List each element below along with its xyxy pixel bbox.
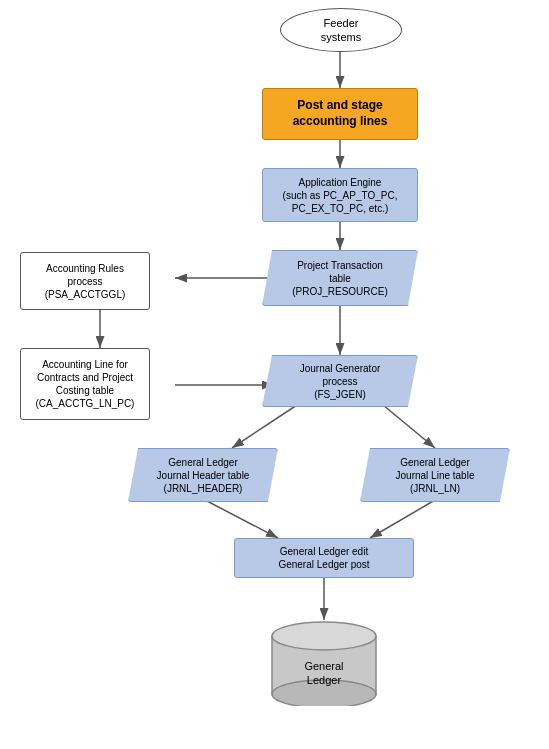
post-stage-label: Post and stage accounting lines [293, 98, 388, 129]
gl-line-node: General Ledger Journal Line table (JRNL_… [360, 448, 510, 502]
svg-text:General: General [304, 660, 343, 672]
accounting-rules-node: Accounting Rules process (PSA_ACCTGGL) [20, 252, 150, 310]
diagram: Feeder systems Post and stage accounting… [0, 0, 549, 749]
feeder-systems-label: Feeder systems [321, 16, 361, 45]
svg-line-8 [232, 405, 297, 448]
feeder-systems-node: Feeder systems [280, 8, 402, 52]
gl-line-label: General Ledger Journal Line table (JRNL_… [396, 456, 475, 495]
svg-line-9 [383, 405, 435, 448]
post-stage-node: Post and stage accounting lines [262, 88, 418, 140]
gl-header-node: General Ledger Journal Header table (JRN… [128, 448, 278, 502]
svg-line-11 [370, 500, 435, 538]
svg-line-10 [205, 500, 278, 538]
journal-gen-node: Journal Generator process (FS_JGEN) [262, 355, 418, 407]
accounting-rules-label: Accounting Rules process (PSA_ACCTGGL) [45, 262, 126, 301]
accounting-line-node: Accounting Line for Contracts and Projec… [20, 348, 150, 420]
general-ledger-node: General Ledger [268, 618, 380, 706]
proj-transaction-node: Project Transaction table (PROJ_RESOURCE… [262, 250, 418, 306]
gl-edit-node: General Ledger edit General Ledger post [234, 538, 414, 578]
journal-gen-label: Journal Generator process (FS_JGEN) [300, 362, 381, 401]
app-engine-node: Application Engine (such as PC_AP_TO_PC,… [262, 168, 418, 222]
app-engine-label: Application Engine (such as PC_AP_TO_PC,… [283, 176, 398, 215]
gl-header-label: General Ledger Journal Header table (JRN… [157, 456, 250, 495]
accounting-line-label: Accounting Line for Contracts and Projec… [36, 358, 135, 410]
svg-text:Ledger: Ledger [307, 674, 342, 686]
proj-transaction-label: Project Transaction table (PROJ_RESOURCE… [292, 259, 388, 298]
gl-edit-label: General Ledger edit General Ledger post [278, 545, 369, 571]
svg-point-14 [272, 622, 376, 650]
general-ledger-cylinder-svg: General Ledger [268, 618, 380, 706]
